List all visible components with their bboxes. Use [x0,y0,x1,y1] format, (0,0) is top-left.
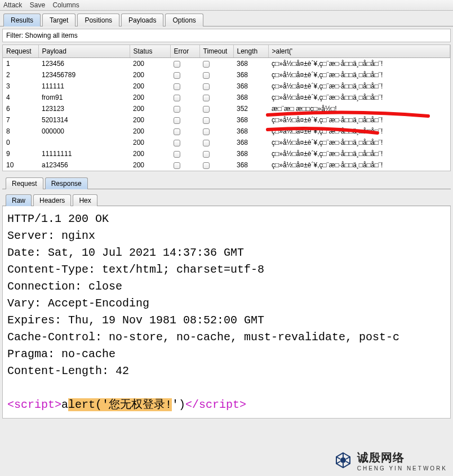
table-row[interactable]: 1123456200368ç□»å½□å¤±è´¥,ç□¨æ□·å□□ä¸□å­… [3,58,450,70]
results-table: Request Payload Status Error Timeout Len… [3,45,450,171]
timeout-checkbox[interactable] [203,162,210,169]
filter-bar[interactable]: Filter: Showing all items [2,29,451,42]
cell-timeout [199,92,233,103]
error-checkbox[interactable] [174,61,180,68]
cell-status: 200 [130,137,170,148]
cell-payload: 000000 [38,126,130,137]
table-row[interactable]: 911111111200368ç□»å½□å¤±è´¥,ç□¨æ□·å□□ä¸□… [3,148,450,159]
col-timeout[interactable]: Timeout [199,45,233,58]
timeout-checkbox[interactable] [203,83,210,90]
cell-timeout [199,159,233,171]
error-checkbox[interactable] [174,117,180,124]
timeout-checkbox[interactable] [203,72,210,79]
cell-timeout [199,69,233,81]
svg-line-7 [346,461,350,464]
cell-payload: 123123 [38,103,130,114]
error-checkbox[interactable] [174,95,180,101]
cell-length: 368 [233,159,268,171]
cell-payload: 123456789 [38,69,130,81]
error-checkbox[interactable] [174,162,180,169]
cell-alert: ç□»å½□å¤±è´¥,ç□¨æ□·å□□ä¸□å­□å□¨! [268,148,450,159]
error-checkbox[interactable] [174,72,180,79]
timeout-checkbox[interactable] [203,128,210,135]
table-row[interactable]: 10a123456200368ç□»å½□å¤±è´¥,ç□¨æ□·å□□ä¸□… [3,159,450,171]
cell-status: 200 [130,69,170,81]
cell-timeout [199,58,233,70]
cell-status: 200 [130,148,170,159]
tab-payloads[interactable]: Payloads [121,14,163,26]
svg-point-1 [340,457,346,463]
timeout-checkbox[interactable] [203,151,210,158]
tab-options[interactable]: Options [165,14,203,26]
menu-bar: Attack Save Columns [0,0,453,11]
error-checkbox[interactable] [174,140,180,146]
main-tabstrip: Results Target Positions Payloads Option… [0,11,453,26]
tab-positions[interactable]: Positions [77,14,119,26]
viewtab-raw[interactable]: Raw [6,194,32,206]
col-request[interactable]: Request [3,45,38,58]
alert-text-a: a [61,398,68,411]
cell-request: 1 [3,58,38,70]
request-response-tabstrip: Request Response [2,175,451,189]
col-status[interactable]: Status [130,45,170,58]
cell-length: 368 [233,137,268,148]
timeout-checkbox[interactable] [203,117,210,124]
col-payload[interactable]: Payload [38,45,130,58]
menu-columns[interactable]: Columns [52,1,79,9]
cell-error [170,81,199,92]
viewtab-hex[interactable]: Hex [73,194,97,206]
error-checkbox[interactable] [174,83,180,90]
menu-attack[interactable]: Attack [3,1,22,9]
cell-alert: ç□»å½□å¤±è´¥,ç□¨æ□·å□□ä¸□å­□å□¨! [268,126,450,137]
table-row[interactable]: 75201314200368ç□»å½□å¤±è´¥,ç□¨æ□·å□□ä¸□å… [3,114,450,126]
table-row[interactable]: 6123123200352æ□¨æ□ æ□□ç□»å½□! [3,103,450,114]
alert-highlighted: lert('您无权登录! [68,398,172,411]
cell-request: 6 [3,103,38,114]
cell-length: 352 [233,103,268,114]
cell-error [170,58,199,70]
cell-request: 10 [3,159,38,171]
timeout-checkbox[interactable] [203,106,210,113]
col-length[interactable]: Length [233,45,268,58]
error-checkbox[interactable] [174,151,180,158]
script-close-tag: </script> [185,398,246,411]
cell-error [170,126,199,137]
cell-length: 368 [233,126,268,137]
table-row[interactable]: 3111111200368ç□»å½□å¤±è´¥,ç□¨æ□·å□□ä¸□å­… [3,81,450,92]
table-row[interactable]: 2123456789200368ç□»å½□å¤±è´¥,ç□¨æ□·å□□ä¸… [3,69,450,81]
response-raw[interactable]: HTTP/1.1 200 OK Server: nginx Date: Sat,… [2,206,451,419]
timeout-checkbox[interactable] [203,95,210,101]
timeout-checkbox[interactable] [203,140,210,146]
cell-length: 368 [233,114,268,126]
cell-payload: a123456 [38,159,130,171]
table-row[interactable]: 4from91200368ç□»å½□å¤±è´¥,ç□¨æ□·å□□ä¸□å­… [3,92,450,103]
svg-line-4 [336,457,340,459]
col-alert[interactable]: >alert(' [268,45,450,58]
cell-error [170,148,199,159]
cell-alert: ç□»å½□å¤±è´¥,ç□¨æ□·å□□ä¸□å­□å□¨! [268,81,450,92]
error-checkbox[interactable] [174,128,180,135]
cell-status: 200 [130,114,170,126]
cell-payload: 5201314 [38,114,130,126]
timeout-checkbox[interactable] [203,61,210,68]
cell-alert: æ□¨æ□ æ□□ç□»å½□! [268,103,450,114]
viewtab-headers[interactable]: Headers [33,194,71,206]
col-error[interactable]: Error [170,45,199,58]
cell-status: 200 [130,159,170,171]
script-open-tag: <script> [7,398,61,411]
table-row[interactable]: 0200368ç□»å½□å¤±è´¥,ç□¨æ□·å□□ä¸□å­□å□¨! [3,137,450,148]
cell-alert: ç□»å½□å¤±è´¥,ç□¨æ□·å□□ä¸□å­□å□¨! [268,137,450,148]
cell-timeout [199,81,233,92]
tab-results[interactable]: Results [3,14,41,26]
table-row[interactable]: 8000000200368ç□»å½□å¤±è´¥,ç□¨æ□·å□□ä¸□å­… [3,126,450,137]
cell-payload [38,137,130,148]
cell-error [170,103,199,114]
menu-save[interactable]: Save [30,1,45,9]
cell-payload: from91 [38,92,130,103]
cell-timeout [199,103,233,114]
tab-target[interactable]: Target [42,14,76,26]
error-checkbox[interactable] [174,106,180,113]
tab-request[interactable]: Request [6,177,43,189]
watermark: 诚殷网络 CHENG YIN NETWORK [335,450,447,471]
tab-response[interactable]: Response [45,177,88,189]
